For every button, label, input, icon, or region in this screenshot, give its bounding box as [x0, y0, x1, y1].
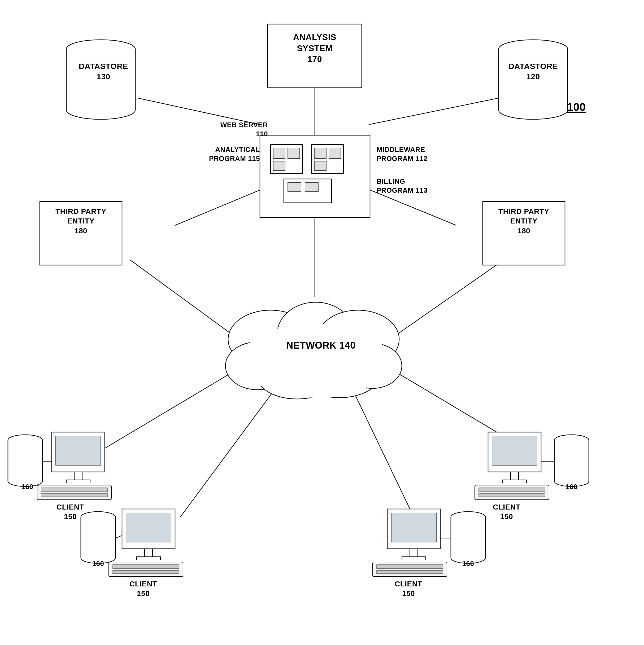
svg-line-4 [175, 186, 271, 225]
svg-rect-57 [8, 440, 42, 481]
datastore-120-label: DATASTORE120 [499, 61, 568, 82]
svg-point-46 [241, 324, 389, 398]
ds-160-blr-label: 160 [451, 560, 485, 569]
svg-rect-80 [113, 565, 179, 569]
svg-rect-35 [288, 182, 301, 192]
svg-rect-78 [137, 557, 160, 560]
svg-rect-49 [74, 472, 82, 480]
svg-rect-62 [492, 436, 537, 465]
svg-rect-99 [451, 517, 485, 558]
svg-line-10 [130, 260, 239, 339]
datastore-130-label: DATASTORE130 [69, 61, 138, 82]
svg-rect-31 [273, 161, 285, 171]
analysis-system-label: ANALYSISSYSTEM170 [268, 32, 362, 65]
middleware-program-label: MIDDLEWAREPROGRAM 112 [377, 145, 451, 163]
ds-160-bll-label: 160 [81, 560, 115, 569]
svg-rect-32 [314, 148, 326, 159]
svg-rect-92 [402, 557, 426, 560]
svg-rect-29 [273, 148, 285, 159]
svg-rect-48 [56, 436, 101, 465]
svg-rect-65 [475, 485, 549, 500]
third-party-left-label: THIRD PARTYENTITY180 [40, 207, 122, 236]
svg-rect-95 [377, 571, 443, 574]
web-server-label: WEB SERVER110 [215, 121, 268, 139]
analytical-program-label: ANALYTICALPROGRAM 115 [186, 145, 260, 163]
svg-rect-34 [314, 161, 326, 171]
svg-rect-77 [145, 549, 153, 557]
svg-rect-36 [305, 182, 318, 192]
svg-rect-79 [109, 562, 183, 577]
svg-rect-51 [37, 485, 112, 500]
svg-line-8 [180, 384, 279, 517]
billing-program-label: BILLINGPROGRAM 113 [377, 177, 446, 195]
svg-rect-91 [410, 549, 418, 557]
svg-rect-30 [288, 148, 300, 159]
third-party-right-label: THIRD PARTYENTITY180 [483, 207, 565, 236]
client-blr-label: CLIENT150 [375, 579, 442, 599]
svg-rect-64 [503, 480, 526, 483]
svg-rect-33 [329, 148, 341, 159]
svg-rect-66 [479, 488, 545, 492]
svg-rect-50 [66, 480, 90, 483]
svg-line-11 [390, 260, 504, 339]
reference-number: 100 [567, 101, 586, 114]
ds-160-bl-label: 160 [10, 482, 44, 491]
svg-rect-94 [377, 565, 443, 569]
svg-rect-76 [126, 513, 171, 542]
svg-rect-81 [113, 571, 179, 574]
svg-rect-85 [81, 517, 115, 558]
svg-rect-52 [41, 488, 108, 492]
svg-line-2 [369, 98, 499, 125]
svg-rect-90 [391, 513, 436, 542]
svg-line-9 [350, 384, 414, 517]
svg-line-88 [115, 535, 122, 538]
svg-rect-63 [511, 472, 518, 480]
ds-160-br-label: 160 [554, 482, 589, 491]
client-bl-label: CLIENT150 [37, 502, 104, 522]
diagram: ANALYSISSYSTEM170 DATASTORE130 DATASTORE… [0, 0, 644, 645]
client-br-label: CLIENT150 [473, 502, 540, 522]
svg-rect-71 [554, 440, 589, 481]
client-bll-label: CLIENT150 [110, 579, 176, 599]
svg-rect-53 [41, 494, 108, 497]
svg-rect-67 [479, 494, 545, 497]
svg-rect-93 [373, 562, 447, 577]
network-label: NETWORK 140 [255, 339, 387, 352]
